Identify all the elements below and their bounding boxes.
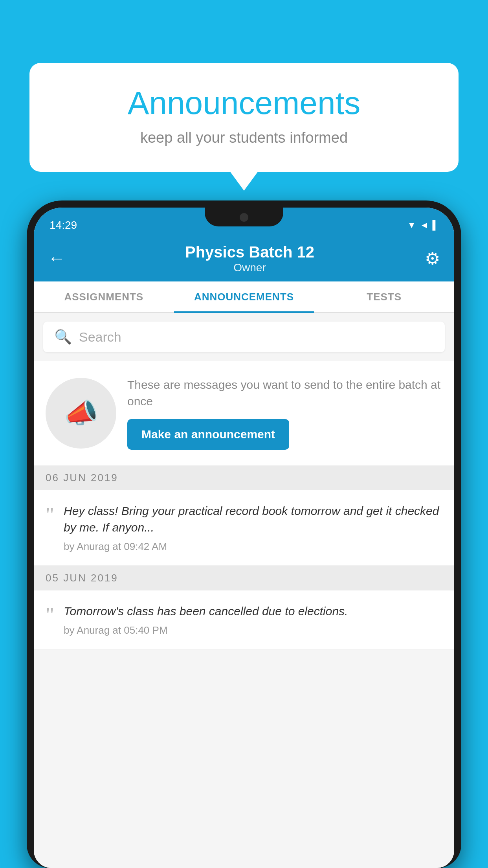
date-divider-1: 06 JUN 2019 <box>34 465 454 490</box>
search-input[interactable]: Search <box>79 329 121 345</box>
tab-announcements[interactable]: ANNOUNCEMENTS <box>174 281 314 312</box>
batch-subtitle: Owner <box>75 261 425 274</box>
signal-icon: ◄ <box>420 220 429 230</box>
hero-subtitle: keep all your students informed <box>53 129 435 146</box>
phone-frame: 14:29 ▼ ◄ ▌ ← Physics Batch 12 Owner ⚙ <box>27 200 461 868</box>
announcement-item-2[interactable]: " Tomorrow's class has been cancelled du… <box>34 590 454 649</box>
back-button[interactable]: ← <box>48 248 65 268</box>
announcement-text-2: Tomorrow's class has been cancelled due … <box>64 603 442 636</box>
search-bar[interactable]: 🔍 Search <box>43 322 445 352</box>
tab-tests[interactable]: TESTS <box>314 281 454 312</box>
status-time: 14:29 <box>50 215 77 232</box>
phone-notch <box>205 208 283 226</box>
promo-content: These are messages you want to send to t… <box>127 377 442 450</box>
search-icon: 🔍 <box>54 329 72 345</box>
phone-camera <box>240 213 248 222</box>
announcement-text-1: Hey class! Bring your practical record b… <box>64 503 442 553</box>
battery-icon: ▌ <box>432 220 438 230</box>
hero-card: Announcements keep all your students inf… <box>29 63 459 172</box>
announcement-message-2: Tomorrow's class has been cancelled due … <box>64 603 442 620</box>
promo-section: 📣 These are messages you want to send to… <box>34 361 454 465</box>
wifi-icon: ▼ <box>407 220 416 230</box>
phone-screen: 14:29 ▼ ◄ ▌ ← Physics Batch 12 Owner ⚙ <box>34 208 454 868</box>
announcement-item-1[interactable]: " Hey class! Bring your practical record… <box>34 490 454 566</box>
date-divider-2: 05 JUN 2019 <box>34 566 454 590</box>
announcement-message-1: Hey class! Bring your practical record b… <box>64 503 442 536</box>
status-icons: ▼ ◄ ▌ <box>407 216 438 230</box>
make-announcement-button[interactable]: Make an announcement <box>127 419 289 450</box>
quote-icon-2: " <box>46 605 54 626</box>
announcement-meta-2: by Anurag at 05:40 PM <box>64 624 168 636</box>
settings-button[interactable]: ⚙ <box>425 248 440 268</box>
hero-title: Announcements <box>53 85 435 121</box>
announcement-meta-1: by Anurag at 09:42 AM <box>64 541 167 552</box>
screen-body: 🔍 Search 📣 These are messages you want t… <box>34 313 454 868</box>
quote-icon-1: " <box>46 504 54 526</box>
promo-description: These are messages you want to send to t… <box>127 377 442 410</box>
tab-assignments[interactable]: ASSIGNMENTS <box>34 281 174 312</box>
megaphone-icon: 📣 <box>64 397 98 429</box>
batch-title: Physics Batch 12 <box>75 243 425 261</box>
promo-icon-circle: 📣 <box>46 378 116 449</box>
app-bar: ← Physics Batch 12 Owner ⚙ <box>34 235 454 281</box>
tab-bar: ASSIGNMENTS ANNOUNCEMENTS TESTS <box>34 281 454 313</box>
app-bar-title-group: Physics Batch 12 Owner <box>75 243 425 274</box>
